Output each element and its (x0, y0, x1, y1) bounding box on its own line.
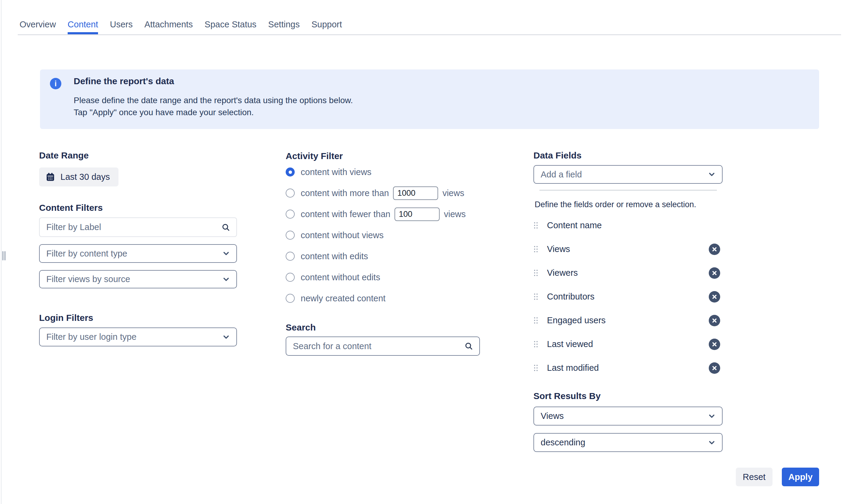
remove-field-button[interactable] (709, 315, 720, 326)
panel-divider-line (1, 0, 1, 504)
data-field-label: Last viewed (547, 339, 709, 349)
chevron-down-icon (708, 170, 716, 179)
filter-views-by-source-select[interactable]: Filter views by source (39, 270, 237, 288)
tab-space-status[interactable]: Space Status (204, 19, 256, 34)
tab-support[interactable]: Support (312, 19, 342, 34)
activity-filter-heading: Activity Filter (286, 151, 343, 161)
filter-by-content-type-select[interactable]: Filter by content type (39, 244, 237, 263)
radio-option-label: newly created content (301, 293, 386, 303)
date-range-heading: Date Range (39, 150, 89, 161)
date-range-button[interactable]: Last 30 days (39, 168, 118, 186)
add-a-field-value: Add a field (541, 170, 708, 180)
radio-option-content-without-edits[interactable]: content without edits (286, 267, 490, 288)
views-suffix-label: views (444, 209, 466, 219)
data-fields-helper-text: Define the fields order or remove a sele… (535, 200, 696, 209)
sort-by-select[interactable]: Views (534, 407, 723, 425)
chevron-down-icon (708, 438, 716, 447)
remove-icon (711, 341, 718, 348)
radio-icon[interactable] (286, 273, 295, 282)
radio-option-content-with-fewer-than[interactable]: content with fewer thanviews (286, 204, 490, 225)
tab-bar-rule (18, 34, 841, 35)
data-field-row: Engaged users (534, 308, 723, 332)
radio-option-newly-created-content[interactable]: newly created content (286, 288, 490, 309)
tab-settings[interactable]: Settings (268, 19, 300, 34)
data-field-row: Last modified (534, 356, 723, 380)
radio-option-content-with-views[interactable]: content with views (286, 162, 490, 183)
banner-text: Tap "Apply" once you have made your sele… (74, 108, 254, 117)
sort-direction-select[interactable]: descending (534, 433, 723, 452)
data-fields-heading: Data Fields (534, 150, 582, 161)
remove-field-button[interactable] (709, 339, 720, 350)
tab-overview[interactable]: Overview (19, 19, 56, 34)
reset-button[interactable]: Reset (736, 468, 773, 486)
filter-by-label-input[interactable] (46, 222, 221, 232)
drag-handle-icon[interactable] (534, 340, 538, 348)
remove-icon (711, 270, 718, 276)
data-field-row: Viewers (534, 261, 723, 285)
radio-icon[interactable] (286, 209, 295, 219)
login-filters-heading: Login Filters (39, 313, 93, 323)
content-filters-heading: Content Filters (39, 203, 103, 213)
filter-by-content-type-value: Filter by content type (46, 249, 222, 258)
remove-icon (711, 317, 718, 324)
chevron-down-icon (708, 412, 716, 420)
remove-field-button[interactable] (709, 291, 720, 303)
views-threshold-input[interactable] (393, 186, 438, 200)
remove-field-button[interactable] (709, 243, 720, 255)
radio-option-label: content with more than (301, 188, 389, 198)
radio-icon[interactable] (286, 188, 295, 198)
filter-by-user-login-type-select[interactable]: Filter by user login type (39, 327, 237, 347)
data-field-label: Viewers (547, 268, 709, 278)
radio-icon[interactable] (286, 231, 295, 240)
data-field-label: Last modified (547, 363, 709, 373)
drag-handle-icon[interactable] (534, 316, 538, 324)
data-field-label: Engaged users (547, 316, 709, 325)
search-heading: Search (286, 322, 316, 333)
radio-option-content-with-more-than[interactable]: content with more thanviews (286, 183, 490, 204)
chevron-down-icon (222, 333, 230, 341)
views-threshold-input[interactable] (394, 207, 440, 221)
search-content-input[interactable] (293, 341, 464, 351)
radio-option-label: content without views (301, 230, 384, 240)
data-field-label: Contributors (547, 292, 709, 302)
drag-handle-icon[interactable] (534, 269, 538, 277)
tab-bar: OverviewContentUsersAttachmentsSpace Sta… (19, 0, 342, 34)
radio-option-label: content with views (301, 167, 371, 177)
radio-icon[interactable] (286, 294, 295, 303)
chevron-down-icon (222, 249, 230, 258)
tab-users[interactable]: Users (110, 19, 133, 34)
radio-icon[interactable] (286, 252, 295, 261)
radio-option-label: content without edits (301, 272, 380, 282)
drag-handle-icon[interactable] (534, 221, 538, 230)
data-fields-divider (539, 190, 717, 191)
apply-button[interactable]: Apply (782, 468, 819, 486)
drag-handle-icon[interactable] (534, 292, 538, 301)
drag-handle-icon[interactable] (534, 364, 538, 372)
drag-handle-icon[interactable] (534, 245, 538, 253)
activity-filter-options: content with viewscontent with more than… (286, 162, 490, 309)
search-icon (221, 223, 230, 232)
remove-field-button[interactable] (709, 363, 720, 374)
radio-option-content-with-edits[interactable]: content with edits (286, 246, 490, 267)
tab-content[interactable]: Content (68, 19, 98, 34)
panel-resize-grip[interactable] (2, 251, 4, 261)
remove-field-button[interactable] (709, 267, 720, 279)
radio-option-label: content with edits (301, 251, 368, 261)
radio-option-content-without-views[interactable]: content without views (286, 225, 490, 246)
banner-text: Please define the date range and the rep… (74, 96, 353, 105)
date-range-button-label: Last 30 days (61, 172, 110, 182)
sort-results-heading: Sort Results By (534, 391, 601, 401)
calendar-icon (46, 172, 55, 182)
views-suffix-label: views (442, 188, 464, 198)
data-field-row: Last viewed (534, 332, 723, 356)
radio-selected-icon[interactable] (286, 168, 295, 177)
data-fields-list: Content nameViewsViewersContributorsEnga… (534, 214, 723, 380)
data-field-row: Views (534, 237, 723, 261)
add-a-field-select[interactable]: Add a field (534, 165, 723, 184)
info-icon: i (50, 78, 61, 89)
panel-resize-grip[interactable] (4, 251, 6, 261)
filter-views-by-source-value: Filter views by source (46, 274, 222, 284)
filter-by-label-field (39, 217, 237, 237)
search-icon (464, 342, 473, 351)
tab-attachments[interactable]: Attachments (144, 19, 193, 34)
